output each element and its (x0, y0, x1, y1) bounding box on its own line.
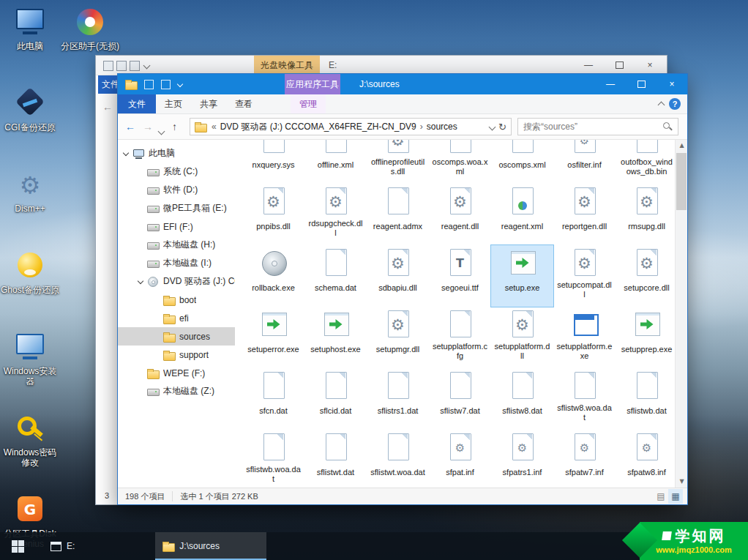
taskbar-button[interactable]: J:\sources (155, 532, 266, 560)
ribbon-tab[interactable]: 查看 (226, 94, 261, 113)
file-item[interactable]: ⚙ sdbapiu.dll (367, 245, 429, 307)
quick-access-icon[interactable] (116, 61, 127, 71)
desktop-icon[interactable]: ⚙ Dism++ (0, 165, 60, 247)
file-item[interactable]: nxquery.sys (242, 140, 304, 184)
breadcrumb-overflow[interactable]: « (212, 122, 217, 132)
tree-item[interactable]: 本地磁盘 (Z:) (118, 382, 235, 400)
file-item[interactable]: ⚙ setupmgr.dll (367, 307, 429, 368)
quick-access-icon[interactable] (103, 61, 113, 71)
start-button[interactable] (0, 532, 35, 560)
ribbon-tab[interactable]: 管理 (291, 94, 326, 113)
tree-item[interactable]: 本地磁盘 (I:) (118, 254, 235, 272)
file-item[interactable]: rollback.exe (242, 245, 304, 307)
tree-item[interactable]: sources (118, 327, 235, 346)
file-item[interactable]: sflistwt.dat (304, 430, 367, 488)
refresh-icon[interactable]: ↻ (498, 122, 506, 132)
file-item[interactable]: setupplatform.cfg (429, 307, 491, 368)
desktop-icon[interactable]: Windows安装器 (0, 328, 60, 409)
file-item[interactable]: ⚙ reagent.dll (429, 184, 491, 245)
file-item[interactable]: reagent.admx (367, 184, 429, 245)
tree-item[interactable]: efi (118, 309, 235, 327)
folder-icon[interactable] (125, 78, 138, 90)
desktop-icon[interactable]: 此电脑 (0, 3, 60, 84)
file-item[interactable]: sflistrs1.dat (367, 368, 429, 430)
search-box[interactable]: 搜索“sources” (517, 118, 678, 135)
help-icon[interactable]: ? (669, 98, 681, 110)
file-item[interactable]: ⚙ reportgen.dll (553, 184, 616, 245)
file-item[interactable]: sflcid.dat (304, 368, 367, 430)
expander-icon[interactable] (137, 369, 146, 378)
expander-icon[interactable] (122, 149, 131, 158)
file-item[interactable]: sflistw7.dat (429, 368, 491, 430)
tree-item[interactable]: 此电脑 (118, 144, 235, 163)
close-button[interactable]: × (657, 74, 687, 94)
scroll-thumb[interactable] (676, 153, 687, 210)
qat-new-folder-icon[interactable] (161, 80, 171, 89)
file-item[interactable]: sflistwb.woa.dat (242, 430, 304, 488)
expander-icon[interactable] (137, 387, 146, 396)
scroll-down-icon[interactable]: ▼ (676, 476, 687, 488)
file-item[interactable]: sflistw8.dat (491, 368, 553, 430)
file-item[interactable]: sflistwb.dat (616, 368, 675, 430)
breadcrumb-separator[interactable]: › (420, 122, 423, 132)
search-icon[interactable] (662, 122, 673, 132)
file-item[interactable]: ⚙ sfpatw7.inf (553, 430, 616, 488)
qat-properties-icon[interactable] (144, 80, 154, 89)
expander-icon[interactable] (153, 296, 162, 305)
file-item[interactable]: ⚙ sfpat.inf (429, 430, 491, 488)
file-item[interactable]: outofbox_windows_db.bin (616, 140, 675, 184)
scroll-up-icon[interactable]: ▲ (676, 140, 687, 152)
breadcrumb-folder[interactable]: sources (427, 122, 457, 132)
back-icon[interactable]: ← (102, 101, 113, 113)
titlebar[interactable]: 光盘映像工具 E: — × (96, 56, 667, 75)
file-item[interactable]: ⚙ sfpatrs1.inf (491, 430, 553, 488)
ribbon-tab[interactable]: 共享 (191, 94, 226, 113)
tree-item[interactable]: EFI (F:) (118, 217, 235, 236)
contextual-tab-disc-image-tools[interactable]: 光盘映像工具 (254, 56, 320, 75)
file-item[interactable]: setupprep.exe (616, 307, 675, 368)
address-dropdown-icon[interactable] (489, 123, 496, 130)
tree-item[interactable]: WEPE (F:) (118, 364, 235, 382)
expander-icon[interactable] (137, 277, 146, 286)
file-item[interactable]: T segoeui.ttf (429, 245, 491, 307)
file-item[interactable]: ⚙ rmsupg.dll (616, 184, 675, 245)
qat-dropdown-icon[interactable] (143, 62, 151, 70)
tree-item[interactable]: 本地磁盘 (H:) (118, 236, 235, 254)
qat-dropdown-icon[interactable] (177, 81, 183, 87)
maximize-button[interactable] (604, 56, 635, 75)
minimize-button[interactable]: — (595, 74, 626, 94)
file-item[interactable]: setuphost.exe (304, 307, 367, 368)
file-item[interactable]: reagent.xml (491, 184, 553, 245)
up-button[interactable]: ↑ (172, 114, 177, 139)
file-item[interactable]: ⚙ setupcore.dll (616, 245, 675, 307)
back-button[interactable]: ← (125, 114, 135, 139)
file-item[interactable]: sflistw8.woa.dat (553, 368, 616, 430)
tree-item[interactable]: support (118, 346, 235, 364)
tree-item[interactable]: 系统 (C:) (118, 163, 235, 181)
expander-icon[interactable] (137, 168, 146, 176)
quick-access-icon[interactable] (130, 61, 140, 71)
file-item[interactable]: ⚙ setupcompat.dll (553, 245, 616, 307)
recent-locations-icon[interactable] (159, 124, 164, 136)
file-item[interactable]: sfcn.dat (242, 368, 304, 430)
expander-icon[interactable] (137, 186, 146, 195)
file-item[interactable]: ⚙ rdsupgcheck.dll (304, 184, 367, 245)
titlebar[interactable]: 应用程序工具 J:\sources — × (118, 74, 687, 94)
file-item[interactable]: ⚙ setupplatform.dll (491, 307, 553, 368)
file-item[interactable]: setupplatform.exe (553, 307, 616, 368)
tree-item[interactable]: 微PE工具箱 (E:) (118, 199, 235, 217)
desktop-icon[interactable]: Ghost备份还原 (0, 247, 60, 328)
expander-icon[interactable] (137, 223, 146, 231)
file-item[interactable]: oscomps.xml (491, 140, 553, 184)
contextual-tab-application-tools[interactable]: 应用程序工具 (285, 74, 340, 94)
expander-icon[interactable] (137, 259, 146, 268)
file-item[interactable]: setup.exe (491, 245, 553, 307)
expander-icon[interactable] (153, 314, 162, 323)
expander-icon[interactable] (153, 332, 162, 341)
icons-view-button[interactable]: ▦ (668, 489, 683, 504)
taskbar-button[interactable]: E: (42, 532, 82, 560)
file-item[interactable]: offline.xml (304, 140, 367, 184)
file-item[interactable]: sflistwt.woa.dat (367, 430, 429, 488)
minimize-button[interactable]: — (573, 56, 604, 75)
expander-icon[interactable] (137, 241, 146, 250)
